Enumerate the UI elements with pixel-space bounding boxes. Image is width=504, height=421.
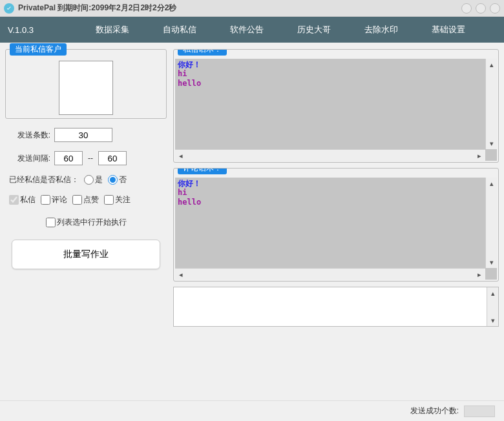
batch-write-button[interactable]: 批量写作业	[12, 240, 160, 269]
window-title: PrivatePal 到期时间:2099年2月2日2时2分2秒	[18, 3, 176, 14]
app-icon	[4, 3, 14, 14]
scroll-down-icon[interactable]: ▾	[487, 314, 499, 326]
scroll-left-icon[interactable]: ◂	[175, 150, 187, 161]
close-button[interactable]	[490, 3, 500, 14]
title-bar: PrivatePal 到期时间:2099年2月2日2时2分2秒	[0, 0, 504, 17]
comment-script-legend: 评论话术：	[178, 168, 227, 174]
scrollbar-vertical[interactable]: ▴ ▾	[487, 287, 498, 326]
like-check-label: 点赞	[83, 194, 99, 205]
scroll-up-icon[interactable]: ▴	[486, 59, 497, 70]
dm-script-legend: 私信话术：	[178, 49, 227, 56]
scrollbar-vertical[interactable]: ▴ ▾	[485, 178, 497, 268]
maximize-button[interactable]	[476, 3, 486, 14]
tab-announce[interactable]: 软件公告	[213, 24, 280, 36]
already-dm-no-radio[interactable]	[108, 175, 118, 185]
scrollbar-horizontal[interactable]: ◂ ▸	[175, 268, 485, 280]
success-count-value	[464, 406, 495, 417]
success-count-label: 发送成功个数:	[410, 406, 459, 416]
already-dm-yes-radio[interactable]	[84, 175, 94, 185]
status-bar: 发送成功个数:	[0, 400, 504, 421]
yes-label: 是	[95, 174, 103, 185]
scroll-right-icon[interactable]: ▸	[474, 150, 485, 161]
tab-data-collect[interactable]: 数据采集	[79, 24, 146, 36]
customer-avatar	[59, 61, 113, 115]
tab-remove-watermark[interactable]: 去除水印	[348, 24, 415, 36]
no-label: 否	[119, 174, 127, 185]
send-interval-from-input[interactable]	[54, 151, 83, 165]
scrollbar-vertical[interactable]: ▴ ▾	[485, 59, 497, 149]
dm-checkbox[interactable]	[9, 195, 19, 205]
window-controls	[461, 3, 500, 14]
already-dm-label: 已经私信是否私信：	[9, 174, 79, 185]
tab-settings[interactable]: 基础设置	[415, 24, 482, 36]
log-text[interactable]: ▴ ▾	[173, 287, 499, 327]
send-interval-label: 发送间隔:	[9, 153, 50, 164]
scroll-down-icon[interactable]: ▾	[486, 256, 497, 268]
scroll-down-icon[interactable]: ▾	[486, 138, 497, 149]
send-count-input[interactable]	[54, 128, 112, 142]
start-from-selected-checkbox[interactable]	[46, 218, 56, 227]
send-count-label: 发送条数:	[9, 130, 50, 141]
comment-checkbox[interactable]	[41, 195, 50, 205]
minimize-button[interactable]	[461, 3, 472, 14]
scroll-up-icon[interactable]: ▴	[486, 178, 497, 189]
dm-check-label: 私信	[20, 194, 36, 205]
comment-check-label: 评论	[52, 194, 67, 205]
follow-check-label: 关注	[115, 194, 131, 205]
nav-bar: V.1.0.3 数据采集 自动私信 软件公告 历史大哥 去除水印 基础设置	[0, 17, 504, 43]
start-from-selected-label: 列表选中行开始执行	[57, 217, 127, 228]
send-interval-to-input[interactable]	[98, 151, 127, 165]
like-checkbox[interactable]	[72, 195, 82, 205]
current-customer-group: 当前私信客户	[5, 49, 167, 119]
interval-sep: --	[87, 154, 94, 163]
tab-history[interactable]: 历史大哥	[280, 24, 348, 36]
dm-script-text[interactable]: 你好！ hi hello ▴ ▾ ◂ ▸	[175, 59, 497, 161]
comment-script-text[interactable]: 你好！ hi hello ▴ ▾ ◂ ▸	[175, 178, 497, 280]
version-label: V.1.0.3	[8, 25, 79, 35]
comment-script-group: 评论话术： 你好！ hi hello ▴ ▾ ◂ ▸	[173, 168, 499, 282]
follow-checkbox[interactable]	[104, 195, 114, 205]
dm-script-group: 私信话术： 你好！ hi hello ▴ ▾ ◂ ▸	[173, 49, 499, 163]
current-customer-legend: 当前私信客户	[10, 43, 67, 56]
scrollbar-horizontal[interactable]: ◂ ▸	[175, 149, 485, 161]
scroll-right-icon[interactable]: ▸	[474, 269, 485, 280]
scroll-left-icon[interactable]: ◂	[175, 269, 187, 280]
tab-auto-dm[interactable]: 自动私信	[146, 24, 213, 36]
scroll-up-icon[interactable]: ▴	[487, 287, 499, 299]
